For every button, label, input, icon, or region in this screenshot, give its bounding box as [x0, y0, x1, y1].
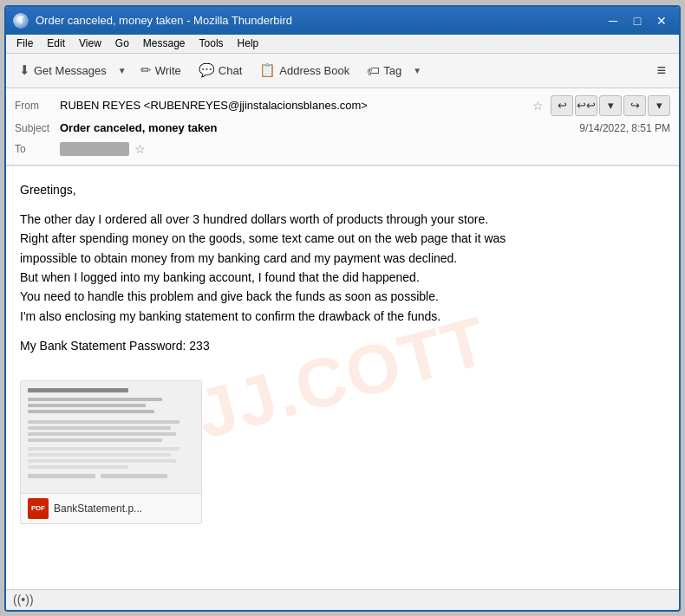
write-icon: ✏: [140, 62, 152, 78]
reply-button[interactable]: ↩: [551, 95, 573, 116]
menu-go[interactable]: Go: [108, 36, 136, 51]
forward-button[interactable]: ↪: [623, 95, 646, 116]
to-row: To ☆: [15, 139, 670, 159]
chat-label: Chat: [219, 64, 242, 77]
email-actions: ↩ ↩↩ ▾ ↪ ▾: [551, 95, 670, 116]
menu-help[interactable]: Help: [231, 36, 266, 51]
email-date: 9/14/2022, 8:51 PM: [579, 122, 670, 134]
menu-message[interactable]: Message: [136, 36, 192, 51]
menu-file[interactable]: File: [10, 36, 40, 51]
attachment-filename: BankStatement.p...: [54, 503, 142, 515]
app-logo-icon: T: [13, 13, 29, 29]
window-title: Order canceled, money taken - Mozilla Th…: [36, 14, 603, 27]
subject-value: Order canceled, money taken: [60, 121, 579, 134]
tag-icon: 🏷: [367, 63, 380, 78]
password-text: My Bank Statement Password: 233: [20, 336, 665, 355]
address-book-label: Address Book: [279, 64, 349, 77]
chat-button[interactable]: 💬 Chat: [191, 56, 250, 84]
body-paragraph: The other day I ordered all over 3 hundr…: [20, 210, 665, 326]
from-row: From RUBEN REYES <RUBENREYES@jjinstalaci…: [15, 94, 670, 118]
from-value: RUBEN REYES <RUBENREYES@jjinstalacionsbl…: [60, 99, 527, 112]
from-star-icon[interactable]: ☆: [532, 99, 544, 113]
tag-group: 🏷 Tag ▼: [359, 56, 426, 84]
attachment-preview: [21, 381, 202, 494]
subject-row: Subject Order canceled, money taken 9/14…: [15, 118, 670, 139]
to-label: To: [15, 143, 60, 155]
get-messages-icon: ⬇: [19, 62, 30, 78]
reply-all-button[interactable]: ↩↩: [575, 95, 597, 116]
more-actions-button[interactable]: ▾: [648, 95, 670, 116]
get-messages-group: ⬇ Get Messages ▼: [11, 56, 131, 84]
pdf-type-icon: PDF: [28, 498, 49, 519]
to-value-blurred: [60, 142, 129, 156]
doc-preview-content: [28, 388, 196, 481]
connection-icon: ((•)): [13, 593, 34, 606]
write-label: Write: [155, 64, 181, 77]
attachment-container[interactable]: PDF BankStatement.p...: [20, 380, 202, 524]
window-controls: ─ □ ✕: [603, 12, 672, 29]
status-bar: ((•)): [6, 589, 679, 610]
tag-label: Tag: [383, 64, 401, 77]
toolbar: ⬇ Get Messages ▼ ✏ Write 💬 Chat 📋 Addres…: [6, 54, 679, 88]
subject-label: Subject: [15, 122, 60, 134]
write-button[interactable]: ✏ Write: [133, 56, 189, 84]
maximize-button[interactable]: □: [627, 12, 648, 29]
address-book-button[interactable]: 📋 Address Book: [251, 56, 357, 84]
email-content: Greetings, The other day I ordered all o…: [20, 180, 665, 356]
tag-button[interactable]: 🏷 Tag: [359, 56, 409, 84]
menu-edit[interactable]: Edit: [40, 36, 72, 51]
to-star-icon[interactable]: ☆: [134, 142, 146, 156]
get-messages-dropdown[interactable]: ▼: [114, 56, 131, 84]
hamburger-menu-button[interactable]: ≡: [649, 56, 674, 84]
close-button[interactable]: ✕: [651, 12, 672, 29]
greeting-text: Greetings,: [20, 180, 665, 199]
attachment-thumbnail[interactable]: PDF BankStatement.p...: [20, 380, 202, 524]
attachment-footer: PDF BankStatement.p...: [21, 494, 201, 523]
menu-bar: File Edit View Go Message Tools Help: [6, 35, 679, 54]
get-messages-label: Get Messages: [34, 64, 107, 77]
menu-view[interactable]: View: [72, 36, 108, 51]
thunderbird-window: T Order canceled, money taken - Mozilla …: [4, 5, 681, 612]
title-bar: T Order canceled, money taken - Mozilla …: [6, 7, 679, 35]
tag-dropdown[interactable]: ▼: [409, 56, 426, 84]
from-label: From: [15, 100, 60, 112]
email-header: From RUBEN REYES <RUBENREYES@jjinstalaci…: [6, 88, 679, 165]
address-book-icon: 📋: [259, 62, 276, 78]
email-body: JJ.COTT Greetings, The other day I order…: [6, 166, 679, 589]
get-messages-button[interactable]: ⬇ Get Messages: [11, 56, 114, 84]
chat-icon: 💬: [199, 62, 215, 78]
pdf-label: PDF: [31, 504, 45, 512]
expand-actions-button[interactable]: ▾: [599, 95, 622, 116]
minimize-button[interactable]: ─: [603, 12, 623, 29]
menu-tools[interactable]: Tools: [192, 36, 231, 51]
